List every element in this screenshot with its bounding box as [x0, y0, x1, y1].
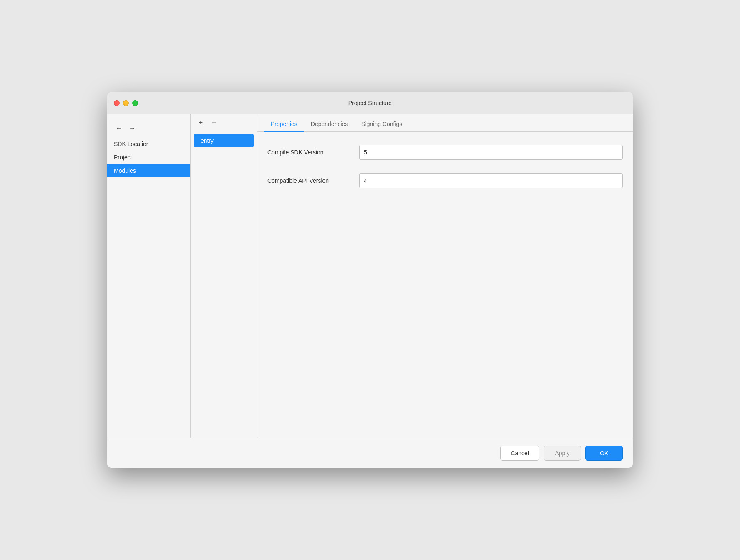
nav-arrows: ← → — [107, 119, 190, 137]
apply-button[interactable]: Apply — [544, 446, 581, 461]
remove-module-button[interactable]: − — [209, 118, 219, 128]
footer: Cancel Apply OK — [107, 438, 633, 468]
sidebar-item-modules[interactable]: Modules — [107, 164, 190, 177]
tab-bar: Properties Dependencies Signing Configs — [257, 114, 633, 132]
module-item-entry[interactable]: entry — [194, 134, 254, 147]
properties-panel: Compile SDK Version Compatible API Versi… — [257, 132, 633, 438]
traffic-lights — [114, 100, 138, 106]
maximize-button[interactable] — [132, 100, 138, 106]
close-button[interactable] — [114, 100, 120, 106]
compatible-api-version-row: Compatible API Version — [267, 173, 623, 188]
sidebar-item-sdk-location[interactable]: SDK Location — [107, 137, 190, 151]
minimize-button[interactable] — [123, 100, 129, 106]
ok-button[interactable]: OK — [585, 446, 623, 461]
compile-sdk-version-row: Compile SDK Version — [267, 145, 623, 160]
tab-properties[interactable]: Properties — [264, 116, 304, 132]
title-bar: Project Structure — [107, 92, 633, 114]
tab-signing-configs[interactable]: Signing Configs — [355, 116, 409, 132]
window-title: Project Structure — [348, 100, 392, 106]
tab-dependencies[interactable]: Dependencies — [304, 116, 355, 132]
middle-toolbar: + − — [191, 114, 257, 132]
cancel-button[interactable]: Cancel — [500, 446, 539, 461]
compile-sdk-version-label: Compile SDK Version — [267, 149, 359, 156]
middle-panel: + − entry — [191, 114, 257, 438]
compatible-api-version-label: Compatible API Version — [267, 177, 359, 184]
forward-button[interactable]: → — [127, 124, 137, 133]
compile-sdk-version-input[interactable] — [359, 145, 623, 160]
left-sidebar: ← → SDK Location Project Modules — [107, 114, 191, 438]
content-area: Properties Dependencies Signing Configs … — [257, 114, 633, 438]
window-body: ← → SDK Location Project Modules + − ent… — [107, 114, 633, 438]
add-module-button[interactable]: + — [196, 118, 206, 128]
back-button[interactable]: ← — [114, 124, 124, 133]
compatible-api-version-input[interactable] — [359, 173, 623, 188]
sidebar-item-project[interactable]: Project — [107, 151, 190, 164]
project-structure-dialog: Project Structure ← → SDK Location Proje… — [107, 92, 633, 468]
